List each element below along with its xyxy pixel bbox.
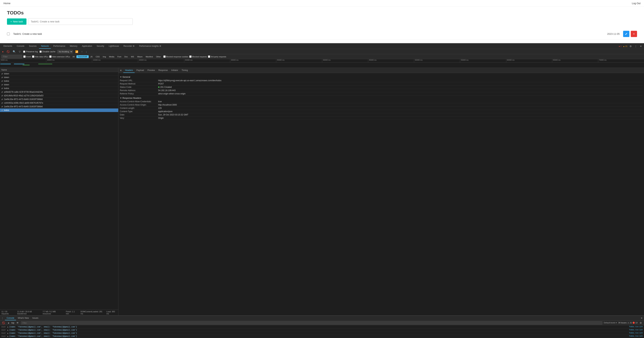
timeline-ruler: 5000 ms 10000 ms 15000 ms 20000 ms 25000…	[0, 59, 644, 63]
row-icon-5: ⇄	[2, 91, 3, 93]
disable-cache-label[interactable]: Disable cache	[40, 50, 56, 53]
preserve-log-label[interactable]: Preserve log	[23, 50, 38, 53]
tab-lighthouse[interactable]: Lighthouse	[106, 44, 121, 49]
tab-console[interactable]: Console	[15, 44, 26, 49]
default-levels-btn[interactable]: Default levels ▾	[604, 322, 617, 324]
devtools-more-btn[interactable]: ⋮	[634, 44, 638, 48]
blocked-cookies-checkbox[interactable]	[163, 55, 166, 58]
nav-home[interactable]: Home	[4, 2, 10, 5]
blocked-cookies-label[interactable]: Blocked response cookies	[163, 55, 188, 58]
tab-security[interactable]: Security	[94, 44, 106, 49]
console-tab-issues[interactable]: Issues	[31, 316, 40, 320]
third-party-checkbox[interactable]	[208, 55, 210, 58]
clear-btn[interactable]: 🚫	[6, 50, 10, 53]
tab-network[interactable]: Network	[39, 44, 51, 49]
export-har-btn[interactable]: ↑	[81, 50, 83, 53]
console-body[interactable]: User ▶ {name: 'fakeemail@gmail.com', ema…	[0, 325, 644, 338]
network-list-body[interactable]: ⇄ token ⇄ token ⇄ todos ⇄ token ⇄ todo	[0, 72, 118, 310]
headers-tab-payload[interactable]: Payload	[134, 68, 146, 73]
task-input[interactable]	[28, 18, 133, 25]
tab-sources[interactable]: Sources	[27, 44, 39, 49]
console-close-btn[interactable]: ✕	[641, 317, 642, 319]
devtools-settings-btn[interactable]: ⚙	[629, 44, 632, 48]
headers-tab-response[interactable]: Response	[156, 68, 170, 73]
tab-performance-insights[interactable]: Performance insights ⚙	[137, 44, 163, 49]
preserve-log-checkbox[interactable]	[23, 51, 25, 53]
filter-tag-media[interactable]: Media	[108, 55, 116, 58]
network-row-9[interactable]: ⇄ 2a49c33e-9f72-4473-8d40-31603f7386b6	[0, 105, 118, 109]
task-delete-button[interactable]	[631, 31, 637, 37]
filter-tag-js[interactable]: JS	[89, 55, 94, 58]
filter-tag-ws[interactable]: WS	[130, 55, 136, 58]
third-party-label[interactable]: 3rd-party requests	[208, 55, 226, 58]
hide-data-urls-checkbox[interactable]	[32, 55, 34, 58]
filter-btn[interactable]: ▽	[18, 50, 22, 53]
status-code-row: Status Code: 201 Created	[120, 86, 642, 89]
headers-body[interactable]: ▼ General Request URL: https://q59dcyvvg…	[118, 73, 644, 315]
blocked-requests-label[interactable]: Blocked requests	[189, 55, 207, 58]
console-tab-whatsnew[interactable]: What's New	[16, 316, 31, 320]
devtools-close-btn[interactable]: ✕	[639, 44, 642, 48]
console-filter-input[interactable]	[21, 321, 602, 325]
hide-extension-urls-label[interactable]: Hide extension URLs	[49, 55, 70, 58]
tab-performance[interactable]: Performance	[51, 44, 68, 49]
task-checkbox[interactable]	[7, 32, 10, 35]
task-edit-button[interactable]	[623, 31, 629, 37]
filter-tag-img[interactable]: Img	[101, 55, 107, 58]
console-file-3[interactable]: Todos.tsx:124	[629, 335, 642, 337]
console-file-2[interactable]: Todos.tsx:124	[629, 332, 642, 334]
headers-close-btn[interactable]: ✕	[120, 69, 122, 72]
console-file-1[interactable]: Todos.tsx:124	[629, 329, 642, 331]
console-file-0[interactable]: Todos.tsx:124	[629, 326, 642, 328]
search-btn[interactable]: 🔍	[12, 50, 16, 53]
record-btn[interactable]: ●	[2, 50, 4, 53]
filter-tag-fetchxhr[interactable]: Fetch/XHR	[76, 55, 89, 58]
import-har-btn[interactable]: ↓	[85, 50, 88, 53]
hide-data-urls-label[interactable]: Hide data URLs	[32, 55, 48, 58]
date-value: Sun, 29 Oct 2023 03:15:32 GMT	[158, 114, 188, 116]
filter-tag-other[interactable]: Other	[155, 55, 162, 58]
tab-memory[interactable]: Memory	[68, 44, 80, 49]
blocked-requests-checkbox[interactable]	[189, 55, 192, 58]
network-row-3[interactable]: ⇄ token	[0, 83, 118, 87]
disable-cache-checkbox[interactable]	[40, 51, 42, 53]
filter-input[interactable]	[2, 55, 22, 58]
network-row-2[interactable]: ⇄ todos	[0, 79, 118, 83]
console-clear-btn[interactable]: 🚫	[2, 321, 6, 325]
network-row-5[interactable]: ⇄ a49e8278-ca8e-423f-9739-90ad144d24fa	[0, 90, 118, 94]
nav-logout[interactable]: Log Out	[632, 2, 640, 5]
headers-tab-initiator[interactable]: Initiator	[170, 68, 180, 73]
throttle-select[interactable]: No throttling Fast 3G Slow 3G	[57, 50, 73, 53]
headers-tab-timing[interactable]: Timing	[180, 68, 190, 73]
tab-elements[interactable]: Elements	[2, 44, 14, 49]
filter-tag-font[interactable]: Font	[116, 55, 122, 58]
filter-tag-css[interactable]: CSS	[94, 55, 101, 58]
filter-tag-doc[interactable]: Doc	[123, 55, 129, 58]
network-row-6[interactable]: ⇄ d2414bfa-6610-46a1-a27d-116b241b5a53	[0, 94, 118, 98]
invert-checkbox-label[interactable]: Invert	[23, 55, 31, 58]
console-eye-btn[interactable]: 👁	[16, 321, 20, 325]
console-options-icon[interactable]: ⋮	[2, 317, 4, 319]
tab-application[interactable]: Application	[80, 44, 94, 49]
wifi-icon-btn[interactable]: 📶	[74, 50, 79, 53]
ruler-mark-13: 70000 ms	[598, 59, 644, 62]
network-row-1[interactable]: ⇄ token	[0, 76, 118, 79]
filter-tag-all[interactable]: All	[71, 55, 76, 58]
tab-recorder[interactable]: Recorder ⚙	[122, 44, 137, 49]
filter-tag-wasm[interactable]: Wasm	[136, 55, 144, 58]
headers-tab-headers[interactable]: Headers	[123, 68, 134, 73]
headers-tab-preview[interactable]: Preview	[146, 68, 157, 73]
network-row-7[interactable]: ⇄ 2a49c33e-9f72-4473-8d40-31603f7386b6	[0, 98, 118, 101]
hide-extension-urls-checkbox[interactable]	[49, 55, 52, 58]
network-row-10[interactable]: ⇄ todos	[0, 109, 118, 112]
edit-icon	[625, 33, 628, 35]
network-row-0[interactable]: ⇄ token	[0, 72, 118, 76]
console-tab-console[interactable]: Console	[5, 316, 16, 320]
network-row-8[interactable]: ⇄ cd44463a-b09b-49c0-ab69-698761f6787e	[0, 101, 118, 105]
new-task-button[interactable]: + New task	[7, 18, 26, 25]
console-record-btn[interactable]: ●	[7, 321, 10, 325]
network-row-4[interactable]: ⇄ todos	[0, 87, 118, 90]
filter-tag-manifest[interactable]: Manifest	[144, 55, 154, 58]
console-settings-btn[interactable]: ⚙	[639, 321, 642, 325]
invert-checkbox[interactable]	[23, 55, 26, 58]
